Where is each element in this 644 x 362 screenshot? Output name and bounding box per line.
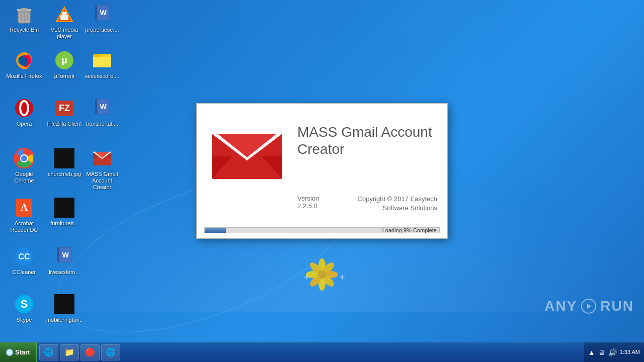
taskbar-item-security[interactable]: 🔴 [80, 344, 100, 360]
progress-bar-fill [205, 228, 226, 233]
svg-point-48 [318, 258, 326, 273]
tray-chevron-icon[interactable]: ▲ [588, 348, 595, 356]
desktop-icon-transportation[interactable]: W transportati... [82, 98, 122, 128]
filezilla-icon-img: FZ [54, 98, 74, 118]
vlc-icon-img [54, 4, 74, 24]
svg-point-54 [306, 271, 320, 278]
desktop-icon-mass-gmail[interactable]: MASS Gmail Account Creator [82, 148, 122, 192]
svg-point-50 [324, 271, 338, 278]
splash-dialog: MASS Gmail Account Creator Version 2.2.5… [196, 103, 448, 239]
sevenscore-icon-img [92, 50, 112, 70]
splash-bottom: Loading 9% Complete [197, 223, 447, 238]
acrobat-label: Acrobat Reader DC [4, 220, 44, 234]
start-label: Start [15, 348, 30, 356]
recycle-bin-icon-img [14, 4, 34, 24]
anyrun-text-run: RUN [600, 298, 634, 314]
svg-point-56 [318, 270, 326, 279]
desktop-icon-sevenscore[interactable]: sevenscore.... [82, 50, 122, 80]
properties-label: propertiesе.... [84, 26, 120, 34]
chrome-label: Google Chrome [4, 170, 44, 185]
desktop-icon-churchfeb[interactable]: churchfeb.jpg [44, 148, 85, 178]
desktop-icon-skype[interactable]: S Skype [4, 294, 44, 324]
anyrun-watermark: ANY RUN [544, 298, 634, 314]
ccleaner-icon-img: CC [14, 246, 34, 266]
utorrent-icon-img: µ [54, 50, 74, 70]
start-button[interactable]: Start [0, 342, 37, 362]
chrome-taskbar-icon: 🌐 [106, 347, 116, 357]
svg-text:W: W [62, 251, 69, 259]
desktop-icon-mobilerington[interactable]: mobilеrington... [44, 294, 85, 330]
opera-icon-img [14, 98, 34, 118]
skype-icon-img: S [14, 294, 34, 314]
svg-marker-66 [587, 304, 591, 309]
mass-gmail-label: MASS Gmail Account Creator [82, 170, 122, 192]
desktop-flower-decoration [292, 254, 352, 297]
livesextern-label: livesextern... [47, 268, 82, 276]
desktop-icon-vlc[interactable]: VLC media player [44, 4, 85, 40]
splash-text: MASS Gmail Account Creator Version 2.2.5… [297, 114, 437, 213]
svg-text:S: S [21, 298, 28, 310]
tray-speaker-icon: 🔊 [608, 348, 617, 356]
desktop-icon-opera[interactable]: Opera [4, 98, 44, 128]
properties-icon-img: W [92, 4, 112, 24]
tray-network-icon: 🖥 [598, 348, 605, 356]
desktop-icon-properties[interactable]: W propertiesе.... [82, 4, 122, 34]
desktop-icon-livesextern[interactable]: W livesextern... [44, 246, 85, 276]
svg-point-49 [321, 260, 336, 276]
desktop-icon-chrome[interactable]: Google Chrome [4, 148, 44, 185]
desktop-icon-furniture[interactable]: furniturеtr... [44, 198, 85, 227]
explorer-icon: 📁 [64, 347, 74, 357]
ie-icon: 🌐 [44, 347, 54, 357]
splash-version: Version 2.2.5.0 [297, 195, 332, 213]
svg-point-53 [308, 274, 323, 289]
svg-rect-9 [60, 15, 68, 20]
ccleaner-label: CCleaner [11, 268, 37, 276]
desktop-icon-utorrent[interactable]: µ µTorrent [44, 50, 85, 80]
taskbar-item-chrome[interactable]: 🌐 [101, 344, 120, 360]
svg-point-51 [321, 274, 336, 289]
svg-rect-22 [93, 54, 101, 57]
svg-point-10 [62, 12, 67, 16]
taskbar-item-explorer[interactable]: 📁 [60, 344, 79, 360]
churchfeb-label: churchfeb.jpg [46, 170, 83, 178]
furniture-icon-img [54, 198, 74, 218]
opera-label: Opera [15, 120, 34, 128]
taskbar-items: 🌐 📁 🔴 🌐 [37, 344, 584, 360]
anyrun-text-any: ANY [544, 298, 577, 314]
utorrent-label: µTorrent [53, 72, 76, 80]
desktop-icon-filezilla[interactable]: FZ FileZilla Client [44, 98, 85, 128]
svg-text:FZ: FZ [59, 103, 70, 113]
desktop-icon-acrobat[interactable]: A Acrobat Reader DC [4, 198, 44, 234]
transportation-label: transportati... [85, 120, 120, 128]
svg-text:A: A [21, 202, 28, 213]
livesextern-icon-img: W [54, 246, 74, 266]
taskbar: Start 🌐 📁 🔴 🌐 ▲ 🖥 🔊 1:33 AM [0, 342, 644, 362]
desktop: Recycle Bin VLC media player W propertie… [0, 0, 644, 342]
splash-logo [207, 114, 287, 194]
splash-app-title: MASS Gmail Account Creator [297, 124, 437, 157]
anyrun-play-icon [581, 299, 596, 314]
progress-bar-container: Loading 9% Complete [204, 227, 440, 233]
svg-rect-21 [93, 57, 111, 67]
desktop-icon-ccleaner[interactable]: CC CCleaner [4, 246, 44, 276]
system-tray: ▲ 🖥 🔊 1:33 AM [584, 342, 644, 362]
firefox-label: Mozilla Firefox [5, 72, 44, 80]
splash-content: MASS Gmail Account Creator Version 2.2.5… [197, 104, 447, 223]
desktop-icon-recycle-bin[interactable]: Recycle Bin [4, 4, 44, 34]
churchfeb-icon-img [54, 148, 74, 168]
skype-label: Skype [15, 316, 34, 324]
chrome-icon-img [14, 148, 34, 168]
tray-clock: 1:33 AM [620, 348, 640, 356]
firefox-icon-img [14, 50, 34, 70]
svg-point-33 [21, 155, 27, 161]
mobilerington-label: mobilеrington... [44, 316, 85, 330]
transportation-icon-img: W [92, 98, 112, 118]
acrobat-icon-img: A [14, 198, 34, 218]
filezilla-label: FileZilla Client [45, 120, 83, 128]
tray-time-value: 1:33 AM [620, 348, 640, 356]
svg-point-52 [318, 277, 326, 291]
taskbar-item-ie[interactable]: 🌐 [39, 344, 58, 360]
desktop-icon-firefox[interactable]: Mozilla Firefox [4, 50, 44, 80]
svg-point-55 [308, 260, 323, 276]
sevenscore-label: sevenscore.... [84, 72, 121, 80]
